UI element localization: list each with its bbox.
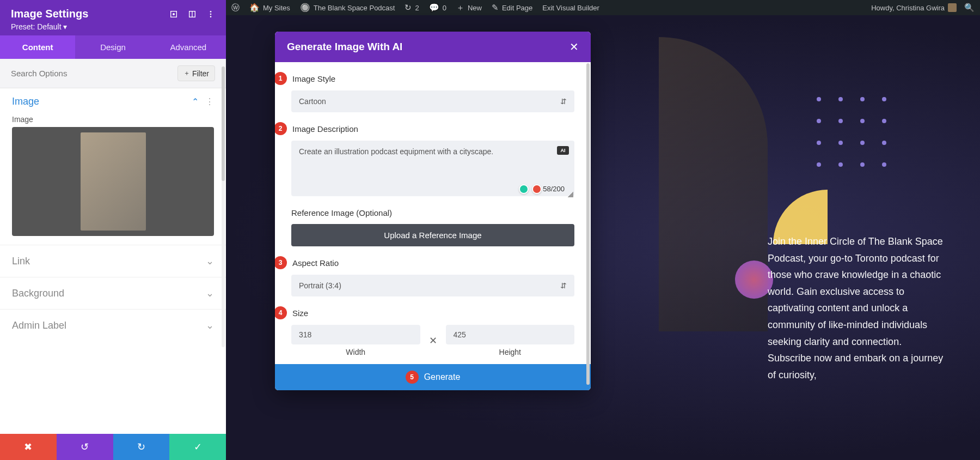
modal-scrollbar[interactable] bbox=[586, 63, 590, 385]
tab-advanced[interactable]: Advanced bbox=[151, 35, 226, 59]
aspect-ratio-select[interactable]: Portrait (3:4)⇵ bbox=[291, 275, 574, 296]
step-badge-5: 5 bbox=[406, 371, 419, 384]
step-badge-4: 4 bbox=[275, 306, 287, 319]
step-badge-3: 3 bbox=[275, 256, 287, 269]
image-field-label: Image bbox=[0, 115, 226, 127]
settings-body: Image ⌃ ⋮ Image Link⌄ Background⌄ Admin … bbox=[0, 88, 226, 434]
settings-title: Image Settings bbox=[11, 8, 88, 20]
section-image-title: Image bbox=[12, 96, 39, 107]
updates-link[interactable]: ↻2 bbox=[405, 3, 419, 13]
undo-button[interactable]: ↺ bbox=[57, 434, 113, 460]
char-count: 58/200 bbox=[543, 185, 565, 193]
step-badge-2: 2 bbox=[275, 122, 287, 135]
scrollbar-thumb[interactable] bbox=[222, 66, 225, 181]
footer-actions: ✖ ↺ ↻ ✓ bbox=[0, 434, 226, 460]
search-icon[interactable]: 🔍 bbox=[964, 3, 975, 13]
tab-design[interactable]: Design bbox=[75, 35, 150, 59]
image-style-select[interactable]: Cartoon⇵ bbox=[291, 90, 574, 112]
width-sublabel: Width bbox=[346, 348, 365, 356]
generate-image-modal: Generate Image With AI ✕ 1 Image Style C… bbox=[275, 32, 591, 390]
step-badge-1: 1 bbox=[275, 72, 287, 85]
textarea-resize-handle[interactable] bbox=[568, 192, 573, 197]
upload-reference-button[interactable]: Upload a Reference Image bbox=[291, 224, 574, 246]
width-input[interactable] bbox=[291, 325, 420, 344]
image-thumbnail bbox=[81, 132, 146, 231]
exit-visual-builder-link[interactable]: Exit Visual Builder bbox=[542, 4, 599, 12]
page-blurb: Join the Inner Circle of The Blank Space… bbox=[768, 233, 947, 383]
close-icon[interactable]: ✕ bbox=[569, 40, 579, 53]
edit-page-link[interactable]: ✎Edit Page bbox=[492, 3, 532, 13]
image-description-label: Image Description bbox=[292, 124, 358, 134]
image-style-label: Image Style bbox=[292, 74, 335, 83]
expand-icon[interactable] bbox=[169, 10, 178, 19]
generate-button[interactable]: 5 Generate bbox=[275, 364, 591, 390]
howdy-user[interactable]: Howdy, Christina Gwira bbox=[871, 3, 957, 12]
aspect-ratio-label: Aspect Ratio bbox=[292, 258, 339, 268]
section-background[interactable]: Background⌄ bbox=[0, 277, 226, 309]
reference-image-label: Reference Image (Optional) bbox=[291, 208, 574, 217]
search-row: ＋Filter bbox=[0, 59, 226, 88]
new-link[interactable]: ＋New bbox=[456, 3, 482, 13]
chevron-down-icon: ⌄ bbox=[206, 287, 214, 299]
image-settings-panel: Image Settings Preset: Default ▾ Content… bbox=[0, 0, 226, 460]
svg-point-1 bbox=[173, 14, 175, 15]
wp-admin-bar: ⓦ 🏠My Sites 🔘The Blank Space Podcast ↻2 … bbox=[226, 0, 980, 15]
height-sublabel: Height bbox=[499, 348, 521, 356]
grammarly-error-icon[interactable] bbox=[532, 184, 542, 194]
section-kebab-icon[interactable]: ⋮ bbox=[205, 96, 214, 107]
filter-button[interactable]: ＋Filter bbox=[177, 65, 215, 81]
image-preview[interactable] bbox=[12, 127, 214, 236]
section-image-header[interactable]: Image ⌃ ⋮ bbox=[0, 88, 226, 115]
tab-content[interactable]: Content bbox=[0, 35, 75, 59]
chevron-down-icon: ⌄ bbox=[206, 255, 214, 267]
modal-title: Generate Image With AI bbox=[287, 41, 402, 53]
height-input[interactable] bbox=[446, 325, 575, 344]
kebab-menu-icon[interactable] bbox=[206, 10, 215, 19]
redo-button[interactable]: ↻ bbox=[113, 434, 170, 460]
size-label: Size bbox=[292, 308, 308, 318]
panel-layout-icon[interactable] bbox=[188, 10, 197, 19]
wp-logo-icon[interactable]: ⓦ bbox=[231, 3, 240, 13]
search-options-input[interactable] bbox=[11, 69, 177, 78]
chevron-down-icon: ⌄ bbox=[206, 319, 214, 331]
select-arrows-icon: ⇵ bbox=[560, 97, 567, 106]
settings-tabs: Content Design Advanced bbox=[0, 35, 226, 59]
modal-header: Generate Image With AI ✕ bbox=[275, 32, 591, 62]
preset-dropdown[interactable]: Preset: Default ▾ bbox=[11, 22, 88, 31]
cancel-button[interactable]: ✖ bbox=[0, 434, 57, 460]
avatar bbox=[948, 3, 957, 12]
grammarly-ok-icon[interactable] bbox=[519, 184, 529, 194]
section-link[interactable]: Link⌄ bbox=[0, 245, 226, 277]
my-sites-link[interactable]: 🏠My Sites bbox=[249, 3, 290, 13]
section-admin-label[interactable]: Admin Label⌄ bbox=[0, 309, 226, 341]
comments-link[interactable]: 💬0 bbox=[429, 3, 446, 13]
dot-pattern bbox=[817, 97, 904, 184]
chevron-up-icon[interactable]: ⌃ bbox=[192, 96, 199, 107]
svg-point-5 bbox=[210, 14, 212, 15]
site-name-link[interactable]: 🔘The Blank Space Podcast bbox=[300, 3, 395, 13]
save-button[interactable]: ✓ bbox=[169, 434, 226, 460]
size-multiply-icon: ✕ bbox=[429, 335, 437, 347]
svg-point-4 bbox=[210, 11, 212, 13]
settings-header: Image Settings Preset: Default ▾ bbox=[0, 0, 226, 35]
svg-point-6 bbox=[210, 16, 212, 17]
ai-badge[interactable]: AI bbox=[557, 146, 569, 155]
select-arrows-icon: ⇵ bbox=[560, 281, 567, 290]
